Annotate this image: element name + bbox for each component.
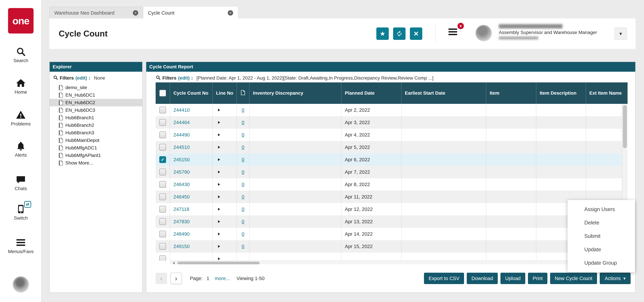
column-header-item-description[interactable]: Item Description bbox=[536, 82, 586, 104]
attachments-link[interactable]: 0 bbox=[242, 120, 244, 125]
print-button[interactable]: Print bbox=[528, 273, 548, 284]
one-logo[interactable]: one bbox=[8, 8, 34, 33]
row-checkbox[interactable] bbox=[159, 107, 166, 113]
attachments-link[interactable]: 0 bbox=[242, 206, 244, 212]
cycle-count-link[interactable]: 244510 bbox=[174, 145, 190, 150]
sidebar-item-alerts[interactable]: Alerts bbox=[0, 141, 42, 158]
sidebar-user-avatar[interactable] bbox=[13, 276, 29, 293]
explorer-tree-item-hub6branch3[interactable]: Hub6Branch3 bbox=[50, 129, 142, 137]
menu-item-update[interactable]: Update bbox=[568, 243, 635, 256]
cycle-count-link[interactable]: 247118 bbox=[174, 206, 189, 212]
attachments-link[interactable]: 0 bbox=[242, 194, 244, 200]
row-checkbox[interactable] bbox=[159, 119, 166, 126]
column-header-cycle-count-no[interactable]: Cycle Count No bbox=[170, 82, 213, 104]
new-cycle-count-button[interactable]: New Cycle Count bbox=[550, 273, 597, 284]
cycle-count-link[interactable]: 247830 bbox=[174, 219, 190, 224]
tab-cycle-count[interactable]: Cycle Count × bbox=[143, 7, 238, 19]
menu-item-delete[interactable]: Delete bbox=[568, 216, 635, 229]
explorer-tree-item-en-hub6dc1[interactable]: EN_Hub6DC1 bbox=[50, 91, 142, 99]
sidebar-item-home[interactable]: Home bbox=[0, 78, 42, 95]
prev-page-button[interactable]: ‹ bbox=[156, 273, 167, 284]
column-header-attachments[interactable] bbox=[237, 82, 250, 104]
row-checkbox[interactable] bbox=[159, 193, 166, 200]
row-checkbox[interactable] bbox=[159, 231, 166, 237]
explorer-tree-item-show-more-[interactable]: Show More... bbox=[50, 159, 142, 167]
explorer-tree-item-hub6mfgaplant1[interactable]: Hub6MfgAPlant1 bbox=[50, 151, 142, 159]
cycle-count-link[interactable]: 248490 bbox=[174, 231, 190, 237]
notifications-menu-icon[interactable] bbox=[448, 28, 457, 35]
cycle-count-link[interactable]: 246430 bbox=[174, 182, 190, 187]
sidebar-item-search[interactable]: Search bbox=[0, 46, 42, 63]
sidebar-item-chats[interactable]: Chats bbox=[0, 174, 42, 191]
attachments-link[interactable]: 0 bbox=[242, 219, 244, 224]
explorer-tree-item-demo-site[interactable]: demo_site bbox=[50, 84, 142, 91]
tab-close-icon[interactable]: × bbox=[228, 10, 233, 15]
expand-caret-icon[interactable] bbox=[218, 245, 220, 248]
explorer-tree-item-hub6mfgadc1[interactable]: Hub6MfgADC1 bbox=[50, 144, 142, 151]
cycle-count-link[interactable]: 245150 bbox=[174, 157, 190, 162]
refresh-button[interactable] bbox=[393, 27, 406, 40]
column-header-earliest-start-date[interactable]: Earliest Start Date bbox=[402, 82, 486, 104]
expand-caret-icon[interactable] bbox=[218, 257, 220, 260]
column-header-ext-item-name[interactable]: Ext Item Name bbox=[586, 82, 628, 104]
row-checkbox[interactable] bbox=[159, 181, 166, 188]
explorer-tree-item-hub6branch2[interactable]: Hub6Branch2 bbox=[50, 122, 142, 129]
expand-caret-icon[interactable] bbox=[218, 158, 220, 161]
user-menu-button[interactable]: ▾ bbox=[614, 27, 627, 40]
row-checkbox[interactable] bbox=[159, 206, 166, 213]
select-all-checkbox[interactable] bbox=[159, 90, 166, 97]
tab-close-icon[interactable]: × bbox=[133, 10, 138, 15]
vertical-scrollbar-thumb[interactable] bbox=[623, 105, 627, 148]
sidebar-item-problems[interactable]: Problems bbox=[0, 110, 42, 127]
explorer-tree-item-en-hub6dc3[interactable]: EN_Hub6DC3 bbox=[50, 106, 142, 114]
column-header-item[interactable]: Item bbox=[486, 82, 536, 104]
cycle-count-link[interactable]: 244410 bbox=[174, 107, 190, 113]
explorer-tree-item-en-hub6dc2[interactable]: EN_Hub6DC2 bbox=[50, 99, 142, 106]
attachments-link[interactable]: 0 bbox=[242, 169, 244, 175]
cycle-count-link[interactable]: 244490 bbox=[174, 132, 190, 138]
expand-caret-icon[interactable] bbox=[218, 146, 220, 149]
row-checkbox[interactable] bbox=[159, 243, 166, 250]
expand-caret-icon[interactable] bbox=[218, 195, 220, 198]
export-to-csv-button[interactable]: Export to CSV bbox=[424, 273, 464, 284]
cycle-count-link[interactable]: 246450 bbox=[174, 194, 190, 200]
sidebar-item-menus-favs[interactable]: Menus/Favs bbox=[0, 237, 42, 254]
expand-caret-icon[interactable] bbox=[218, 121, 220, 124]
row-checkbox[interactable] bbox=[159, 144, 166, 151]
more-pages-link[interactable]: more... bbox=[215, 276, 230, 281]
close-page-button[interactable]: × bbox=[410, 27, 422, 40]
report-filters-edit-link[interactable]: (edit) bbox=[178, 75, 190, 81]
tab-warehouse-neo-dashboard[interactable]: Warehouse Neo Dashboard × bbox=[49, 7, 143, 19]
attachments-link[interactable]: 0 bbox=[242, 157, 244, 162]
row-checkbox[interactable] bbox=[159, 218, 166, 225]
expand-caret-icon[interactable] bbox=[218, 171, 220, 173]
menu-item-submit[interactable]: Submit bbox=[568, 229, 635, 243]
explorer-tree-item-hub6branch1[interactable]: Hub6Branch1 bbox=[50, 114, 142, 122]
explorer-filters-edit-link[interactable]: (edit) bbox=[76, 75, 87, 81]
expand-caret-icon[interactable] bbox=[218, 109, 220, 111]
attachments-link[interactable]: 0 bbox=[242, 145, 244, 150]
column-header-planned-date[interactable]: Planned Date bbox=[342, 82, 402, 104]
explorer-tree-item-hub6maindepot[interactable]: Hub6MainDepot bbox=[50, 137, 142, 144]
expand-caret-icon[interactable] bbox=[218, 183, 220, 186]
expand-caret-icon[interactable] bbox=[218, 134, 220, 136]
expand-caret-icon[interactable] bbox=[218, 233, 220, 235]
actions-button[interactable]: Actions ▾ bbox=[600, 273, 630, 284]
attachments-link[interactable]: 0 bbox=[242, 231, 244, 237]
favorite-button[interactable]: ★ bbox=[376, 27, 389, 40]
row-checkbox[interactable] bbox=[159, 255, 166, 261]
download-button[interactable]: Download bbox=[467, 273, 498, 284]
menu-item-assign-users[interactable]: Assign Users bbox=[568, 203, 635, 216]
attachments-link[interactable]: 0 bbox=[242, 182, 244, 187]
upload-button[interactable]: Upload bbox=[500, 273, 525, 284]
expand-caret-icon[interactable] bbox=[218, 208, 220, 211]
cycle-count-link[interactable]: 244464 bbox=[174, 120, 190, 125]
attachments-link[interactable]: 0 bbox=[242, 244, 244, 249]
user-avatar[interactable] bbox=[476, 25, 492, 41]
row-checkbox[interactable] bbox=[159, 132, 166, 138]
next-page-button[interactable]: › bbox=[170, 273, 182, 284]
row-checkbox[interactable] bbox=[159, 169, 166, 175]
attachments-link[interactable]: 0 bbox=[242, 132, 244, 138]
sidebar-item-switch[interactable]: ⇄ Switch bbox=[0, 204, 42, 221]
row-checkbox[interactable]: ✓ bbox=[159, 156, 166, 163]
